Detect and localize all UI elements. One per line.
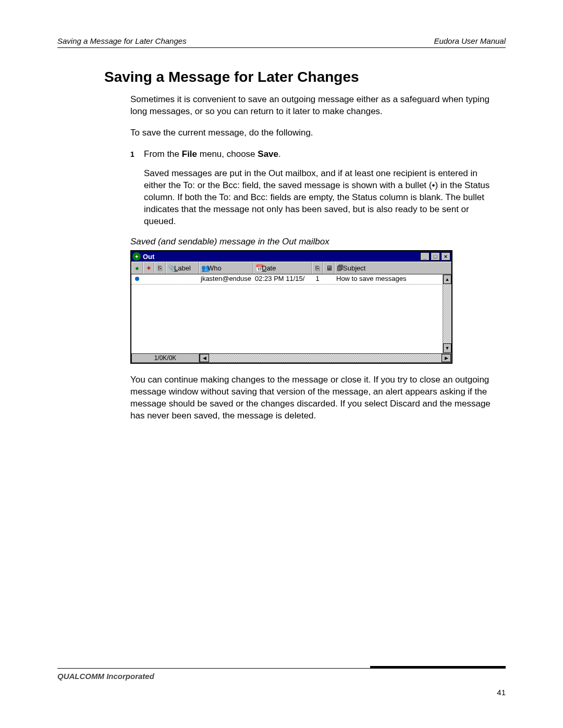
col-date[interactable]: 📅Date	[253, 262, 312, 274]
horizontal-scrollbar[interactable]: ◀ ▶	[199, 353, 451, 363]
vertical-scrollbar[interactable]: ▲ ▼	[443, 275, 451, 353]
header-right: Eudora User Manual	[434, 36, 506, 45]
cell-date: 02:23 PM 11/15/	[253, 275, 312, 284]
col-subject[interactable]: 🗐Subject	[335, 262, 451, 274]
step-number: 1	[130, 149, 144, 161]
intro-paragraph-2: To save the current message, do the foll…	[130, 127, 500, 139]
footer-company: QUALCOMM Incorporated	[57, 672, 154, 681]
col-sizeicon[interactable]: ⎘	[312, 262, 323, 274]
manual-page: Saving a Message for Later Changes Eudor…	[0, 0, 563, 728]
status-counts: 1/0K/0K	[131, 353, 199, 363]
window-controls: _ □ ×	[420, 252, 450, 261]
explanation-paragraph: Saved messages are put in the Out mailbo…	[144, 168, 500, 228]
page-footer: QUALCOMM Incorporated 41	[57, 668, 506, 697]
running-header: Saving a Message for Later Changes Eudor…	[57, 36, 506, 48]
cell-size: 1	[312, 275, 323, 284]
header-left: Saving a Message for Later Changes	[57, 36, 187, 45]
followup-paragraph: You can continue making changes to the m…	[130, 374, 500, 422]
col-attach[interactable]: ⎘	[154, 262, 166, 274]
bullet-status-icon	[135, 277, 139, 281]
cell-subject: How to save messages	[335, 275, 451, 284]
section-title: Saving a Message for Later Changes	[104, 69, 500, 85]
col-label[interactable]: 📎Label	[166, 262, 199, 274]
intro-paragraph-1: Sometimes it is convenient to save an ou…	[130, 94, 500, 118]
step-1: 1 From the File menu, choose Save.	[130, 149, 500, 161]
scroll-down-button[interactable]: ▼	[443, 343, 451, 353]
step-text: From the File menu, choose Save.	[144, 149, 281, 161]
scroll-left-button[interactable]: ◀	[200, 354, 209, 362]
scroll-up-button[interactable]: ▲	[443, 275, 451, 284]
message-list: jkasten@enduse 02:23 PM 11/15/ 1 How to …	[131, 274, 451, 353]
col-priority[interactable]: ✶	[143, 262, 154, 274]
column-headers: ● ✶ ⎘ 📎Label 👥Who 📅Date ⎘ 🖥 🗐Subject	[131, 262, 451, 274]
col-who[interactable]: 👥Who	[199, 262, 253, 274]
minimize-button[interactable]: _	[420, 252, 430, 261]
col-status[interactable]: ●	[131, 262, 143, 274]
window-titlebar[interactable]: ✦ Out _ □ ×	[131, 251, 451, 262]
close-button[interactable]: ×	[441, 252, 450, 261]
footer-page-number: 41	[57, 688, 506, 697]
mailbox-icon: ✦	[132, 252, 141, 261]
cell-who: jkasten@enduse	[199, 275, 253, 284]
window-title: Out	[143, 253, 420, 261]
out-mailbox-window: ✦ Out _ □ × ● ✶ ⎘ 📎Label 👥Who 📅Date ⎘ 🖥 …	[130, 250, 452, 364]
col-servericon[interactable]: 🖥	[323, 262, 335, 274]
window-statusbar: 1/0K/0K ◀ ▶	[131, 353, 451, 363]
content-area: Saving a Message for Later Changes Somet…	[130, 69, 500, 422]
maximize-button[interactable]: □	[431, 252, 440, 261]
scroll-right-button[interactable]: ▶	[442, 354, 451, 362]
figure-caption: Saved (and sendable) message in the Out …	[130, 237, 500, 247]
table-row[interactable]: jkasten@enduse 02:23 PM 11/15/ 1 How to …	[131, 275, 451, 285]
